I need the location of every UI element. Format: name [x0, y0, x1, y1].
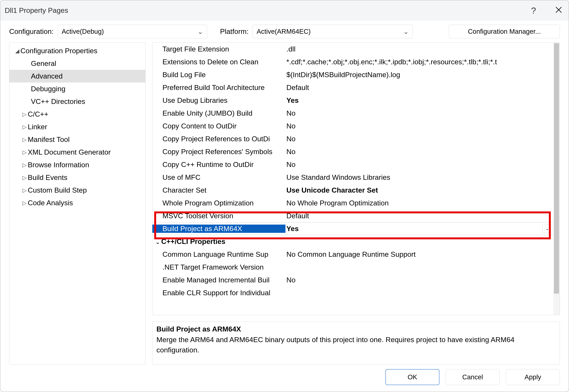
help-icon[interactable]: ?	[531, 5, 536, 16]
tree-item[interactable]: ▷Custom Build Step	[9, 184, 145, 196]
property-value[interactable]: Use Unicode Character Set	[285, 186, 553, 194]
property-name: Copy Content to OutDir	[152, 122, 285, 130]
chevron-down-icon[interactable]: ⌄	[542, 224, 552, 233]
property-name: Copy C++ Runtime to OutDir	[152, 160, 285, 169]
property-row[interactable]: Use of MFCUse Standard Windows Libraries	[152, 171, 553, 184]
property-row[interactable]: Enable Managed Incremental BuilNo	[152, 274, 553, 286]
help-description: Merge the ARM64 and ARM64EC binary outpu…	[156, 335, 555, 355]
property-row[interactable]: Copy C++ Runtime to OutDirNo	[152, 158, 553, 171]
property-name: Preferred Build Tool Architecture	[152, 84, 285, 92]
tree-item[interactable]: ▷C/C++	[9, 108, 145, 121]
nav-tree: ◢ Configuration Properties GeneralAdvanc…	[9, 42, 146, 364]
property-name: ⌄C++/CLI Properties	[152, 238, 285, 246]
window-title: Dll1 Property Pages	[5, 6, 68, 14]
property-row[interactable]: Use Debug LibrariesYes	[152, 94, 553, 107]
expand-icon: ▷	[21, 162, 28, 168]
tree-item[interactable]: VC++ Directories	[9, 95, 145, 108]
property-row[interactable]: Copy Content to OutDirNo	[152, 120, 553, 132]
property-name: Character Set	[152, 186, 285, 194]
property-value[interactable]: Yes⌄	[285, 224, 553, 233]
tree-item[interactable]: General	[9, 57, 145, 70]
property-category[interactable]: ⌄C++/CLI Properties	[152, 235, 553, 248]
configuration-value: Active(Debug)	[62, 28, 104, 35]
property-value[interactable]: No	[285, 122, 553, 130]
expand-icon: ▷	[21, 174, 28, 181]
property-name: Copy Project References' Symbols	[152, 148, 285, 156]
tree-root[interactable]: ◢ Configuration Properties	[9, 44, 145, 57]
property-name: Use of MFC	[152, 173, 285, 182]
property-value[interactable]: Default	[285, 212, 553, 220]
property-row[interactable]: Build Log File$(IntDir)$(MSBuildProjectN…	[152, 68, 553, 81]
property-name: Copy Project References to OutDi	[152, 135, 285, 143]
scrollbar-thumb[interactable]	[554, 43, 559, 294]
property-name: Build Log File	[152, 71, 285, 79]
property-value[interactable]: Default	[285, 84, 553, 92]
tree-item[interactable]: ▷Manifest Tool	[9, 133, 145, 146]
property-row[interactable]: Common Language Runtime SupNo Common Lan…	[152, 248, 553, 261]
property-name: Extensions to Delete on Clean	[152, 58, 285, 66]
apply-button[interactable]: Apply	[506, 369, 560, 385]
property-row[interactable]: Copy Project References' SymbolsNo	[152, 145, 553, 158]
titlebar: Dll1 Property Pages ?	[0, 0, 569, 21]
expand-icon: ▷	[21, 124, 28, 130]
property-value[interactable]: *.cdf;*.cache;*.obj;*.obj.enc;*.ilk;*.ip…	[285, 58, 553, 66]
configuration-manager-button[interactable]: Configuration Manager...	[449, 25, 560, 38]
help-title: Build Project as ARM64X	[156, 325, 555, 333]
configuration-label: Configuration:	[9, 28, 54, 36]
property-row[interactable]: Preferred Build Tool ArchitectureDefault	[152, 81, 553, 94]
tree-item-label: Advanced	[31, 72, 63, 80]
property-value[interactable]: No Common Language Runtime Support	[285, 250, 553, 258]
property-row[interactable]: Enable Unity (JUMBO) BuildNo	[152, 107, 553, 120]
cancel-button[interactable]: Cancel	[446, 369, 500, 385]
property-row[interactable]: Build Project as ARM64XYes⌄	[152, 222, 553, 235]
property-value[interactable]: No	[285, 148, 553, 156]
property-name: Common Language Runtime Sup	[152, 250, 285, 258]
tree-item[interactable]: Debugging	[9, 83, 145, 95]
property-value[interactable]: No	[285, 135, 553, 143]
property-row[interactable]: MSVC Toolset VersionDefault	[152, 209, 553, 222]
tree-item[interactable]: ▷Browse Information	[9, 158, 145, 171]
tree-item-label: VC++ Directories	[31, 98, 85, 106]
property-name: Whole Program Optimization	[152, 199, 285, 207]
platform-value: Active(ARM64EC)	[257, 28, 311, 35]
property-pages-window: Dll1 Property Pages ? Configuration: Act…	[0, 0, 569, 392]
property-value[interactable]: No	[285, 276, 553, 284]
configuration-dropdown[interactable]: Active(Debug) ⌄	[58, 25, 207, 38]
tree-item-label: XML Document Generator	[28, 148, 111, 156]
property-value[interactable]: No Whole Program Optimization	[285, 199, 553, 207]
tree-item[interactable]: ▷XML Document Generator	[9, 146, 145, 158]
property-value[interactable]: No	[285, 160, 553, 169]
expand-icon: ▷	[21, 111, 28, 117]
platform-dropdown[interactable]: Active(ARM64EC) ⌄	[253, 25, 413, 38]
tree-item[interactable]: ▷Linker	[9, 121, 145, 133]
property-row[interactable]: Enable CLR Support for Individual	[152, 286, 553, 299]
expand-icon: ▷	[21, 149, 28, 155]
ok-button[interactable]: OK	[385, 369, 439, 385]
property-value[interactable]: .dll	[285, 45, 553, 53]
property-value[interactable]: Use Standard Windows Libraries	[285, 173, 553, 182]
property-value[interactable]: Yes	[285, 96, 553, 105]
close-icon[interactable]	[555, 6, 562, 15]
property-row[interactable]: Target File Extension.dll	[152, 42, 553, 56]
tree-item-label: Debugging	[31, 85, 65, 93]
property-row[interactable]: Extensions to Delete on Clean*.cdf;*.cac…	[152, 56, 553, 68]
tree-root-label: Configuration Properties	[20, 47, 97, 55]
property-value[interactable]: $(IntDir)$(MSBuildProjectName).log	[285, 71, 553, 79]
property-row[interactable]: .NET Target Framework Version	[152, 261, 553, 274]
property-row[interactable]: Whole Program OptimizationNo Whole Progr…	[152, 196, 553, 209]
tree-item-label: Custom Build Step	[28, 186, 87, 194]
chevron-down-icon: ⌄	[403, 28, 409, 35]
property-name: Enable Managed Incremental Buil	[152, 276, 285, 284]
tree-item[interactable]: Advanced	[9, 70, 145, 83]
property-name: Build Project as ARM64X	[152, 224, 285, 233]
tree-item[interactable]: ▷Code Analysis	[9, 196, 145, 209]
property-value[interactable]: No	[285, 109, 553, 117]
property-row[interactable]: Copy Project References to OutDiNo	[152, 132, 553, 145]
scrollbar-track[interactable]	[553, 42, 560, 315]
main-area: ◢ Configuration Properties GeneralAdvanc…	[0, 42, 569, 364]
property-row[interactable]: Character SetUse Unicode Character Set	[152, 184, 553, 196]
property-name: Enable Unity (JUMBO) Build	[152, 109, 285, 117]
expand-icon: ▷	[21, 187, 28, 193]
tree-item[interactable]: ▷Build Events	[9, 171, 145, 184]
tree-item-label: Build Events	[28, 173, 67, 182]
